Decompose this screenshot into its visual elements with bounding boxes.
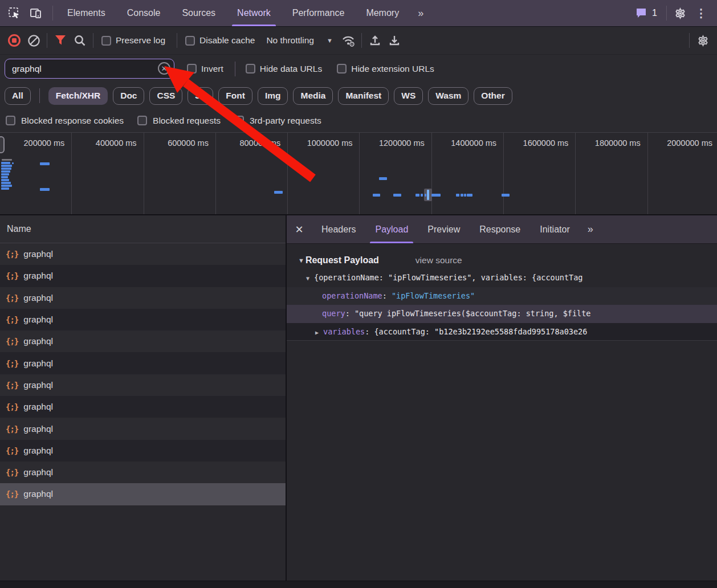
detail-tab-headers[interactable]: Headers xyxy=(312,215,365,243)
filter-chip-ws[interactable]: WS xyxy=(394,87,423,105)
filter-chip-wasm[interactable]: Wasm xyxy=(428,87,469,105)
timeline-tick-label: 600000 ms xyxy=(144,133,216,214)
request-row[interactable]: {;}graphql xyxy=(0,462,286,483)
section-collapse-icon[interactable]: ▼ xyxy=(298,257,304,264)
waterfall-bar xyxy=(1,170,10,173)
expander-icon[interactable]: ▶ xyxy=(315,329,319,336)
network-conditions-icon[interactable] xyxy=(339,31,358,50)
device-toolbar-icon[interactable] xyxy=(26,3,46,23)
json-file-icon: {;} xyxy=(6,271,18,280)
filter-chip-img[interactable]: Img xyxy=(258,87,288,105)
hide-extension-urls-checkbox[interactable] xyxy=(337,64,347,74)
request-name: graphql xyxy=(23,380,53,390)
filter-chip-js[interactable]: JS xyxy=(188,87,213,105)
request-row[interactable]: {;}graphql xyxy=(0,418,286,439)
blocked-response-cookies-checkbox[interactable] xyxy=(6,116,15,125)
detail-tab-initiator[interactable]: Initiator xyxy=(530,215,579,243)
payload-row-operationName[interactable]: operationName: "ipFlowTimeseries" xyxy=(287,287,717,305)
request-row[interactable]: {;}graphql xyxy=(0,265,286,287)
request-row[interactable]: {;}graphql xyxy=(0,352,286,374)
waterfall-bar xyxy=(464,194,466,197)
filter-input[interactable] xyxy=(5,59,174,79)
more-detail-tabs-icon[interactable]: » xyxy=(580,223,600,235)
waterfall-bar xyxy=(1,182,11,184)
json-file-icon: {;} xyxy=(6,337,18,346)
request-row[interactable]: {;}graphql xyxy=(0,440,286,462)
divider xyxy=(52,6,53,21)
inspect-element-icon[interactable] xyxy=(5,3,24,23)
more-tabs-icon[interactable]: » xyxy=(410,7,430,19)
waterfall-bar xyxy=(373,194,380,197)
close-detail-icon[interactable]: ✕ xyxy=(287,215,312,243)
filter-chip-media[interactable]: Media xyxy=(293,87,333,105)
invert-checkbox[interactable] xyxy=(187,64,197,74)
clear-filter-icon[interactable]: ✕ xyxy=(158,62,170,75)
waterfall-bar xyxy=(1,179,9,181)
hide-data-urls-checkbox[interactable] xyxy=(246,64,255,74)
payload-summary-row[interactable]: ▼{operationName: "ipFlowTimeseries", var… xyxy=(287,269,717,287)
filter-chip-other[interactable]: Other xyxy=(474,87,512,105)
request-name: graphql xyxy=(23,293,53,303)
checkbox-label: Blocked requests xyxy=(153,116,221,126)
preserve-log-checkbox[interactable] xyxy=(101,36,111,46)
json-file-icon: {;} xyxy=(6,402,18,411)
kebab-menu-icon[interactable]: ⋮ xyxy=(690,6,712,20)
filter-chip-doc[interactable]: Doc xyxy=(113,87,144,105)
name-column-header[interactable]: Name xyxy=(0,215,286,243)
request-list-pane: Name {;}graphql{;}graphql{;}graphql{;}gr… xyxy=(0,215,287,588)
request-detail-pane: ✕ HeadersPayloadPreviewResponseInitiator… xyxy=(287,215,717,588)
detail-tab-payload[interactable]: Payload xyxy=(365,215,418,243)
expander-icon[interactable]: ▼ xyxy=(306,275,309,281)
waterfall-bar xyxy=(1,162,10,164)
timeline-tick-label: 200000 ms xyxy=(0,133,72,214)
tab-network[interactable]: Network xyxy=(226,0,282,26)
-rd-party-requests-checkbox[interactable] xyxy=(234,116,244,125)
detail-tab-response[interactable]: Response xyxy=(470,215,530,243)
payload-row-query[interactable]: query: "query ipFlowTimeseries($accountT… xyxy=(287,305,717,323)
tab-sources[interactable]: Sources xyxy=(171,0,226,26)
payload-key: operationName xyxy=(322,291,382,300)
issues-icon[interactable] xyxy=(634,3,649,23)
throttling-select[interactable]: No throttling ▼ xyxy=(266,35,332,46)
timeline-selection-bar xyxy=(427,190,429,200)
filter-bar: ✕ Invert Hide data URLs Hide extension U… xyxy=(0,55,717,83)
divider xyxy=(235,62,235,76)
timeline-scroll-handle[interactable] xyxy=(0,136,5,153)
network-overview-timeline[interactable]: 200000 ms400000 ms600000 ms800000 ms1000… xyxy=(0,132,717,215)
bottom-scrollbar-strip[interactable] xyxy=(0,581,717,588)
json-file-icon: {;} xyxy=(6,315,18,324)
divider xyxy=(93,33,93,48)
blocked-requests-checkbox[interactable] xyxy=(137,116,147,125)
payload-row-variables[interactable]: ▶variables: {accountTag: "b12e3b2192ee55… xyxy=(287,323,717,341)
settings-gear-icon[interactable] xyxy=(670,3,690,23)
tab-performance[interactable]: Performance xyxy=(282,0,356,26)
filter-icon[interactable] xyxy=(51,31,70,50)
issues-count[interactable]: 1 xyxy=(652,8,657,18)
record-network-log-icon[interactable] xyxy=(5,31,24,50)
tab-elements[interactable]: Elements xyxy=(56,0,116,26)
import-har-icon[interactable] xyxy=(365,31,385,50)
request-row[interactable]: {;}graphql xyxy=(0,483,286,505)
request-row[interactable]: {;}graphql xyxy=(0,309,286,330)
request-row[interactable]: {;}graphql xyxy=(0,374,286,396)
disable-cache-checkbox[interactable] xyxy=(185,36,195,46)
filter-chip-all[interactable]: All xyxy=(5,87,31,105)
view-source-link[interactable]: view source xyxy=(415,255,462,266)
export-har-icon[interactable] xyxy=(385,31,404,50)
filter-chip-manifest[interactable]: Manifest xyxy=(338,87,389,105)
search-icon[interactable] xyxy=(70,31,89,50)
filter-chip-fetchxhr[interactable]: Fetch/XHR xyxy=(48,87,108,105)
request-row[interactable]: {;}graphql xyxy=(0,330,286,352)
clear-network-log-icon[interactable] xyxy=(24,31,43,50)
request-row[interactable]: {;}graphql xyxy=(0,287,286,309)
network-settings-gear-icon[interactable] xyxy=(693,31,712,50)
filter-chip-css[interactable]: CSS xyxy=(149,87,182,105)
request-row[interactable]: {;}graphql xyxy=(0,396,286,418)
devtools-window: ElementsConsoleSourcesNetworkPerformance… xyxy=(0,0,717,588)
tab-memory[interactable]: Memory xyxy=(355,0,410,26)
detail-tab-preview[interactable]: Preview xyxy=(418,215,470,243)
preserve-log-label: Preserve log xyxy=(116,35,165,46)
request-row[interactable]: {;}graphql xyxy=(0,243,286,265)
tab-console[interactable]: Console xyxy=(116,0,172,26)
filter-chip-font[interactable]: Font xyxy=(218,87,252,105)
